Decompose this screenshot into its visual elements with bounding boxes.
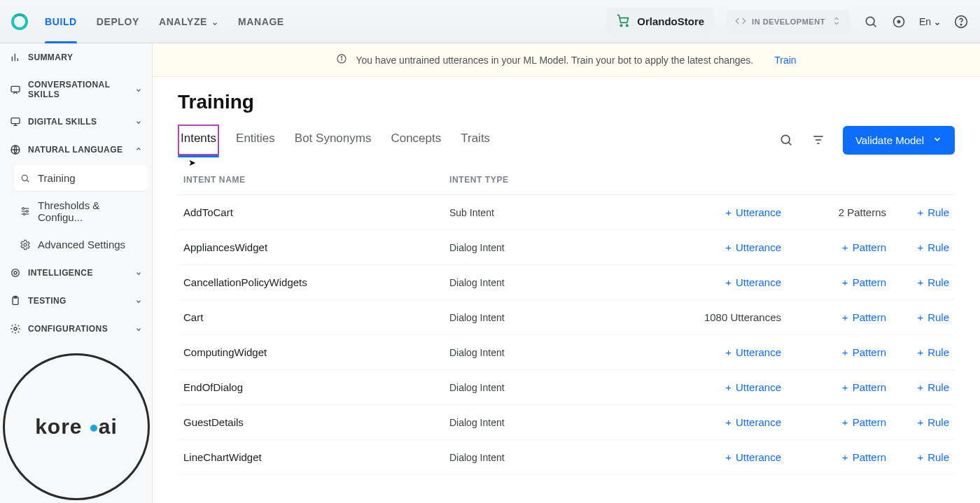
add-pattern-link[interactable]: + Pattern <box>842 241 886 253</box>
svg-line-34 <box>789 143 792 146</box>
intent-type: Dialog Intent <box>449 382 687 393</box>
globe-icon <box>10 144 21 155</box>
sidebar-testing[interactable]: TESTING <box>0 287 152 315</box>
add-rule-link[interactable]: + Rule <box>917 381 949 393</box>
sidebar-item-advanced-settings[interactable]: Advanced Settings <box>14 232 148 257</box>
add-utterance-link[interactable]: + Utterance <box>725 276 781 288</box>
add-pattern-link[interactable]: + Pattern <box>842 416 886 428</box>
target-icon[interactable] <box>891 14 906 29</box>
cursor-icon: ➤ <box>188 157 196 168</box>
table-row[interactable]: EndOfDialogDialog Intent+ Utterance+ Pat… <box>178 370 955 405</box>
svg-line-3 <box>874 24 876 27</box>
sidebar-item-training[interactable]: Training <box>14 165 148 191</box>
pattern-label: Pattern <box>853 451 886 463</box>
validate-model-button[interactable]: Validate Model <box>843 126 955 155</box>
train-link[interactable]: Train <box>774 55 796 66</box>
sidebar-natural-language[interactable]: NATURAL LANGUAGE <box>0 136 152 164</box>
sidebar-digital-skills[interactable]: DIGITAL SKILLS <box>0 108 152 136</box>
add-utterance-link[interactable]: + Utterance <box>725 416 781 428</box>
add-rule-link[interactable]: + Rule <box>917 206 949 218</box>
pattern-label: Pattern <box>853 346 886 358</box>
brand-dot-icon <box>90 425 97 432</box>
sidebar-intelligence[interactable]: INTELLIGENCE <box>0 259 152 287</box>
banner-text: You have untrained utterances in your ML… <box>356 55 753 66</box>
tab-intents[interactable]: Intents <box>178 125 219 155</box>
intents-table: INTENT NAME INTENT TYPE AddToCartSub Int… <box>178 162 955 475</box>
plus-icon: + <box>725 416 732 428</box>
table-row[interactable]: AppliancesWidgetDialog Intent+ Utterance… <box>178 230 955 265</box>
sidebar-item-label: Thresholds & Configu... <box>38 199 138 223</box>
plus-icon: + <box>917 416 923 428</box>
sliders-icon <box>20 206 31 217</box>
language-selector[interactable]: En <box>919 16 941 27</box>
add-rule-link[interactable]: + Rule <box>917 346 949 358</box>
add-rule-link[interactable]: + Rule <box>917 451 949 463</box>
table-row[interactable]: AddToCartSub Intent+ Utterance2 Patterns… <box>178 195 955 230</box>
plus-icon: + <box>725 241 732 253</box>
add-pattern-link[interactable]: + Pattern <box>842 311 886 323</box>
search-icon[interactable] <box>863 14 878 29</box>
svg-point-0 <box>620 24 622 27</box>
utterance-label: Utterance <box>736 241 781 253</box>
magnifier-icon <box>20 173 31 184</box>
brain-icon <box>10 267 21 278</box>
tab-traits[interactable]: Traits <box>458 125 493 155</box>
topnav-analyze[interactable]: ANALYZE <box>159 0 218 43</box>
svg-point-5 <box>897 20 899 22</box>
table-row[interactable]: LineChartWidgetDialog Intent+ Utterance+… <box>178 440 955 475</box>
intent-type: Dialog Intent <box>449 312 687 323</box>
table-row[interactable]: CancellationPolicyWidgetsDialog Intent+ … <box>178 265 955 300</box>
table-search-icon[interactable] <box>778 132 794 148</box>
add-utterance-link[interactable]: + Utterance <box>725 381 781 393</box>
add-utterance-link[interactable]: + Utterance <box>725 451 781 463</box>
chevron-up-icon <box>135 145 142 155</box>
table-row[interactable]: CartDialog Intent1080 Utterances+ Patter… <box>178 300 955 335</box>
utterance-label: Utterance <box>736 276 781 288</box>
add-pattern-link[interactable]: + Pattern <box>842 451 886 463</box>
intent-name: EndOfDialog <box>183 381 449 393</box>
add-rule-link[interactable]: + Rule <box>917 276 949 288</box>
chevron-down-icon <box>934 18 941 25</box>
svg-point-25 <box>14 271 17 274</box>
status-chip[interactable]: IN DEVELOPMENT <box>727 10 850 34</box>
add-utterance-link[interactable]: + Utterance <box>725 206 781 218</box>
rule-label: Rule <box>927 381 949 393</box>
tab-bot-synonyms[interactable]: Bot Synonyms <box>292 125 374 155</box>
add-utterance-link[interactable]: + Utterance <box>725 346 781 358</box>
sidebar-configurations[interactable]: CONFIGURATIONS <box>0 315 152 343</box>
topnav-build[interactable]: BUILD <box>45 0 77 43</box>
topnav-deploy[interactable]: DEPLOY <box>97 0 139 43</box>
svg-point-16 <box>22 175 27 180</box>
sidebar-label: SUMMARY <box>28 52 73 62</box>
add-pattern-link[interactable]: + Pattern <box>842 276 886 288</box>
plus-icon: + <box>917 276 923 288</box>
svg-point-22 <box>26 211 28 213</box>
sidebar-item-thresholds[interactable]: Thresholds & Configu... <box>14 192 148 230</box>
table-row[interactable]: GuestDetailsDialog Intent+ Utterance+ Pa… <box>178 405 955 440</box>
rule-label: Rule <box>927 311 949 323</box>
add-rule-link[interactable]: + Rule <box>917 416 949 428</box>
add-pattern-link[interactable]: + Pattern <box>842 381 886 393</box>
add-rule-link[interactable]: + Rule <box>917 241 949 253</box>
filter-icon[interactable] <box>811 132 826 148</box>
sidebar-summary[interactable]: SUMMARY <box>0 43 152 71</box>
tab-entities[interactable]: Entities <box>233 125 278 155</box>
clipboard-icon <box>10 295 21 306</box>
add-pattern-link[interactable]: + Pattern <box>842 346 886 358</box>
sidebar-label: INTELLIGENCE <box>28 268 93 278</box>
svg-point-7 <box>960 24 962 25</box>
tab-concepts[interactable]: Concepts <box>388 125 444 155</box>
th-intent-type: INTENT TYPE <box>449 175 687 185</box>
store-chip[interactable]: OrlandoStore <box>606 8 714 36</box>
table-row[interactable]: ComputingWidgetDialog Intent+ Utterance+… <box>178 335 955 370</box>
topnav-manage[interactable]: MANAGE <box>238 0 284 43</box>
plus-icon: + <box>917 346 923 358</box>
add-rule-link[interactable]: + Rule <box>917 311 949 323</box>
sidebar-conversational-skills[interactable]: CONVERSATIONAL SKILLS <box>0 71 152 108</box>
plus-icon: + <box>842 276 848 288</box>
help-icon[interactable] <box>953 14 969 29</box>
chevron-down-icon <box>211 18 218 25</box>
plus-icon: + <box>842 381 848 393</box>
add-utterance-link[interactable]: + Utterance <box>725 241 781 253</box>
svg-point-1 <box>626 24 629 27</box>
